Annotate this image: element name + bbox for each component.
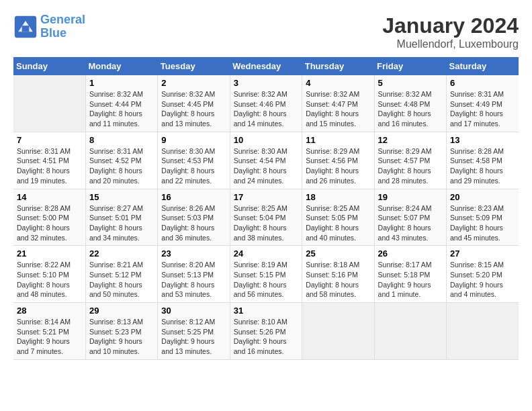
day-number: 28 [17,306,82,316]
day-info: Sunrise: 8:18 AM Sunset: 5:16 PM Dayligh… [306,261,359,298]
day-number: 20 [450,192,515,202]
day-info: Sunrise: 8:10 AM Sunset: 5:26 PM Dayligh… [234,318,287,355]
day-info: Sunrise: 8:12 AM Sunset: 5:25 PM Dayligh… [161,318,215,355]
calendar-cell: 13Sunrise: 8:28 AM Sunset: 4:58 PM Dayli… [447,132,519,189]
calendar-cell: 6Sunrise: 8:31 AM Sunset: 4:49 PM Daylig… [447,75,519,132]
weekday-header-friday: Friday [374,57,446,75]
page-header: General Blue January 2024 Muellendorf, L… [13,13,519,50]
day-number: 5 [378,78,443,88]
day-info: Sunrise: 8:30 AM Sunset: 4:53 PM Dayligh… [161,147,215,185]
calendar-cell: 7Sunrise: 8:31 AM Sunset: 4:51 PM Daylig… [13,132,85,189]
day-info: Sunrise: 8:29 AM Sunset: 4:57 PM Dayligh… [378,147,432,185]
calendar-cell: 15Sunrise: 8:27 AM Sunset: 5:01 PM Dayli… [85,189,157,246]
logo-line2: Blue [40,26,66,40]
day-number: 29 [89,306,154,316]
calendar-cell: 14Sunrise: 8:28 AM Sunset: 5:00 PM Dayli… [13,189,85,246]
day-info: Sunrise: 8:29 AM Sunset: 4:56 PM Dayligh… [306,147,359,185]
calendar-cell: 29Sunrise: 8:13 AM Sunset: 5:23 PM Dayli… [85,303,157,360]
weekday-header-tuesday: Tuesday [158,57,230,75]
calendar-cell: 17Sunrise: 8:25 AM Sunset: 5:04 PM Dayli… [230,189,302,246]
logo: General Blue [13,13,85,40]
calendar-cell: 20Sunrise: 8:23 AM Sunset: 5:09 PM Dayli… [447,189,519,246]
weekday-header-saturday: Saturday [447,57,519,75]
day-info: Sunrise: 8:26 AM Sunset: 5:03 PM Dayligh… [161,204,215,242]
logo-text: General Blue [40,13,85,40]
weekday-header-sunday: Sunday [13,57,85,75]
day-info: Sunrise: 8:28 AM Sunset: 5:00 PM Dayligh… [17,204,71,242]
calendar-cell: 26Sunrise: 8:17 AM Sunset: 5:18 PM Dayli… [374,246,446,303]
day-number: 26 [378,248,443,259]
day-number: 11 [306,135,370,145]
day-number: 7 [17,135,82,145]
day-number: 27 [450,248,515,259]
day-info: Sunrise: 8:21 AM Sunset: 5:12 PM Dayligh… [89,261,143,298]
day-number: 12 [378,135,443,145]
day-number: 24 [234,248,298,259]
calendar-cell: 3Sunrise: 8:32 AM Sunset: 4:46 PM Daylig… [230,75,302,132]
weekday-header-monday: Monday [85,57,157,75]
day-info: Sunrise: 8:20 AM Sunset: 5:13 PM Dayligh… [161,261,215,298]
title-block: January 2024 Muellendorf, Luxembourg [382,13,519,50]
calendar-cell [13,75,85,132]
day-info: Sunrise: 8:31 AM Sunset: 4:51 PM Dayligh… [17,147,71,185]
logo-line1: General [40,13,85,26]
day-number: 1 [89,78,154,88]
calendar-cell: 5Sunrise: 8:32 AM Sunset: 4:48 PM Daylig… [374,75,446,132]
day-number: 30 [161,306,226,316]
calendar-cell: 27Sunrise: 8:15 AM Sunset: 5:20 PM Dayli… [447,246,519,303]
day-info: Sunrise: 8:14 AM Sunset: 5:21 PM Dayligh… [17,318,71,355]
calendar-cell: 16Sunrise: 8:26 AM Sunset: 5:03 PM Dayli… [158,189,230,246]
calendar-cell: 18Sunrise: 8:25 AM Sunset: 5:05 PM Dayli… [302,189,374,246]
day-info: Sunrise: 8:25 AM Sunset: 5:04 PM Dayligh… [234,204,287,242]
calendar-cell: 11Sunrise: 8:29 AM Sunset: 4:56 PM Dayli… [302,132,374,189]
day-number: 3 [234,78,298,88]
day-number: 19 [378,192,443,202]
calendar-week-row: 28Sunrise: 8:14 AM Sunset: 5:21 PM Dayli… [13,303,519,360]
calendar-cell [447,303,519,360]
day-number: 4 [306,78,370,88]
calendar-cell: 19Sunrise: 8:24 AM Sunset: 5:07 PM Dayli… [374,189,446,246]
day-info: Sunrise: 8:32 AM Sunset: 4:45 PM Dayligh… [161,90,215,128]
day-number: 21 [17,248,82,259]
day-number: 31 [234,306,298,316]
day-number: 22 [89,248,154,259]
month-title: January 2024 [382,13,519,38]
day-number: 23 [161,248,226,259]
calendar-cell: 21Sunrise: 8:22 AM Sunset: 5:10 PM Dayli… [13,246,85,303]
calendar-cell: 9Sunrise: 8:30 AM Sunset: 4:53 PM Daylig… [158,132,230,189]
day-info: Sunrise: 8:28 AM Sunset: 4:58 PM Dayligh… [450,147,504,185]
day-number: 15 [89,192,154,202]
day-number: 10 [234,135,298,145]
day-info: Sunrise: 8:32 AM Sunset: 4:48 PM Dayligh… [378,90,432,128]
day-info: Sunrise: 8:25 AM Sunset: 5:05 PM Dayligh… [306,204,359,242]
calendar-cell: 1Sunrise: 8:32 AM Sunset: 4:44 PM Daylig… [85,75,157,132]
day-number: 13 [450,135,515,145]
day-info: Sunrise: 8:24 AM Sunset: 5:07 PM Dayligh… [378,204,432,242]
calendar-week-row: 21Sunrise: 8:22 AM Sunset: 5:10 PM Dayli… [13,246,519,303]
calendar-cell: 10Sunrise: 8:30 AM Sunset: 4:54 PM Dayli… [230,132,302,189]
calendar-cell: 8Sunrise: 8:31 AM Sunset: 4:52 PM Daylig… [85,132,157,189]
day-info: Sunrise: 8:31 AM Sunset: 4:49 PM Dayligh… [450,90,504,128]
day-number: 25 [306,248,370,259]
calendar-cell: 24Sunrise: 8:19 AM Sunset: 5:15 PM Dayli… [230,246,302,303]
calendar-cell [374,303,446,360]
day-info: Sunrise: 8:22 AM Sunset: 5:10 PM Dayligh… [17,261,71,298]
calendar-week-row: 14Sunrise: 8:28 AM Sunset: 5:00 PM Dayli… [13,189,519,246]
day-info: Sunrise: 8:31 AM Sunset: 4:52 PM Dayligh… [89,147,143,185]
location: Muellendorf, Luxembourg [382,38,519,50]
day-number: 18 [306,192,370,202]
weekday-header-row: SundayMondayTuesdayWednesdayThursdayFrid… [13,57,519,75]
day-info: Sunrise: 8:32 AM Sunset: 4:47 PM Dayligh… [306,90,359,128]
day-number: 2 [161,78,226,88]
weekday-header-thursday: Thursday [302,57,374,75]
calendar-cell: 22Sunrise: 8:21 AM Sunset: 5:12 PM Dayli… [85,246,157,303]
day-number: 16 [161,192,226,202]
day-info: Sunrise: 8:32 AM Sunset: 4:46 PM Dayligh… [234,90,287,128]
day-info: Sunrise: 8:17 AM Sunset: 5:18 PM Dayligh… [378,261,432,298]
calendar-cell: 2Sunrise: 8:32 AM Sunset: 4:45 PM Daylig… [158,75,230,132]
svg-rect-2 [22,26,30,32]
calendar-cell: 4Sunrise: 8:32 AM Sunset: 4:47 PM Daylig… [302,75,374,132]
day-info: Sunrise: 8:13 AM Sunset: 5:23 PM Dayligh… [89,318,143,355]
day-number: 17 [234,192,298,202]
day-number: 14 [17,192,82,202]
